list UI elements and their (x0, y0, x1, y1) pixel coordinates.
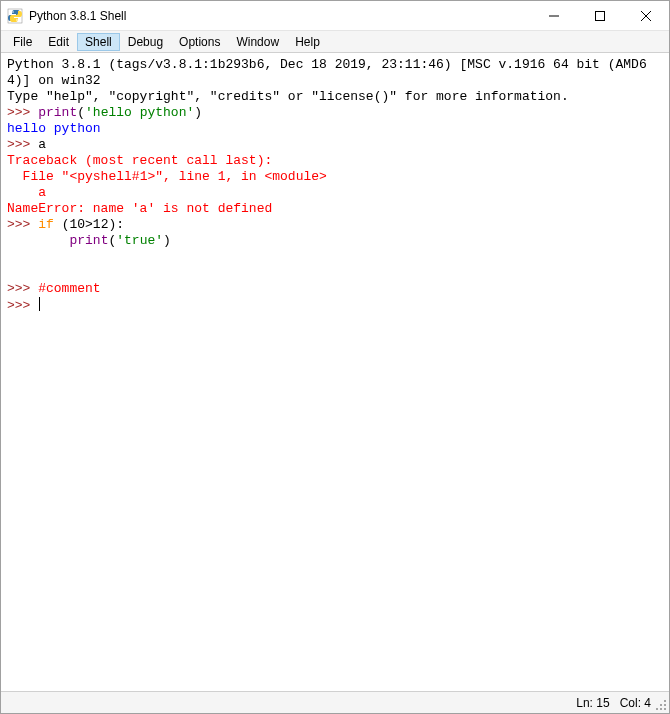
menubar: File Edit Shell Debug Options Window Hel… (1, 31, 669, 53)
code-text: a (38, 137, 46, 152)
banner-line-1: Python 3.8.1 (tags/v3.8.1:1b293b6, Dec 1… (7, 57, 647, 88)
code-text: (10>12): (54, 217, 124, 232)
prompt: >>> (7, 137, 38, 152)
svg-rect-4 (596, 11, 605, 20)
svg-point-2 (16, 19, 18, 21)
code-string: 'true' (116, 233, 163, 248)
svg-point-12 (656, 708, 658, 710)
svg-point-8 (664, 704, 666, 706)
window-title: Python 3.8.1 Shell (29, 9, 126, 23)
menu-debug[interactable]: Debug (120, 33, 171, 51)
code-comment: #comment (38, 281, 100, 296)
app-icon (7, 8, 23, 24)
shell-output: hello python (7, 121, 101, 136)
code-paren: ( (77, 105, 85, 120)
code-paren: ) (194, 105, 202, 120)
traceback-line: NameError: name 'a' is not defined (7, 201, 272, 216)
traceback-line: Traceback (most recent call last): (7, 153, 272, 168)
traceback-line: a (7, 185, 46, 200)
titlebar: Python 3.8.1 Shell (1, 1, 669, 31)
maximize-button[interactable] (577, 1, 623, 31)
shell-content[interactable]: Python 3.8.1 (tags/v3.8.1:1b293b6, Dec 1… (1, 53, 669, 691)
svg-point-7 (664, 700, 666, 702)
prompt: >>> (7, 298, 38, 313)
cont-prompt (7, 233, 69, 248)
prompt: >>> (7, 281, 38, 296)
statusbar: Ln: 15 Col: 4 (1, 691, 669, 713)
close-button[interactable] (623, 1, 669, 31)
menu-edit[interactable]: Edit (40, 33, 77, 51)
resize-grip-icon[interactable] (653, 697, 667, 711)
code-builtin: print (69, 233, 108, 248)
menu-window[interactable]: Window (228, 33, 287, 51)
status-line: Ln: 15 (576, 696, 609, 710)
menu-file[interactable]: File (5, 33, 40, 51)
code-paren: ) (163, 233, 171, 248)
banner-line-2: Type "help", "copyright", "credits" or "… (7, 89, 569, 104)
traceback-line: File "<pyshell#1>", line 1, in <module> (7, 169, 327, 184)
svg-point-10 (664, 708, 666, 710)
svg-point-1 (12, 11, 14, 13)
menu-help[interactable]: Help (287, 33, 328, 51)
menu-shell[interactable]: Shell (77, 33, 120, 51)
svg-point-11 (660, 708, 662, 710)
code-string: 'hello python' (85, 105, 194, 120)
code-keyword: if (38, 217, 54, 232)
code-builtin: print (38, 105, 77, 120)
menu-options[interactable]: Options (171, 33, 228, 51)
prompt: >>> (7, 217, 38, 232)
text-cursor (39, 297, 40, 311)
status-col: Col: 4 (620, 696, 651, 710)
svg-point-9 (660, 704, 662, 706)
minimize-button[interactable] (531, 1, 577, 31)
prompt: >>> (7, 105, 38, 120)
